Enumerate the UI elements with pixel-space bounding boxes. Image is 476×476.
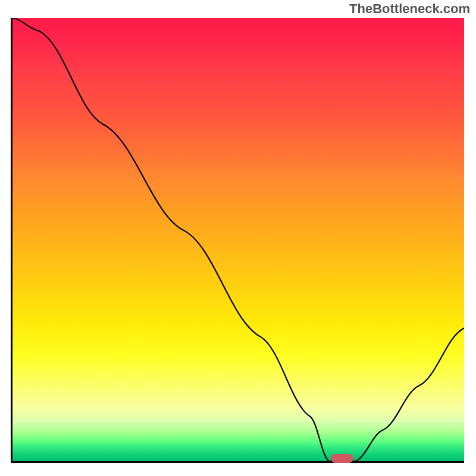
- watermark-text: TheBottleneck.com: [349, 1, 470, 17]
- chart-container: TheBottleneck.com: [0, 0, 476, 476]
- optimal-marker: [331, 454, 353, 463]
- bottleneck-curve: [12, 18, 464, 461]
- plot-area: [11, 18, 464, 463]
